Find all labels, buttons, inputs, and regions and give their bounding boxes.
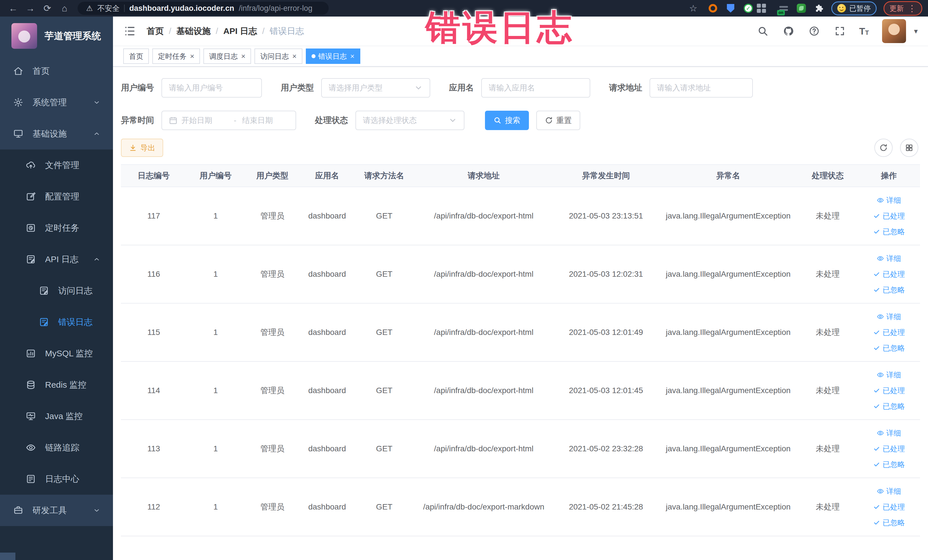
table-row[interactable]: 113 1 管理员 dashboard GET /api/infra/db-do… [121,420,920,478]
breadcrumb-item[interactable]: API 日志 [223,25,257,37]
github-icon[interactable] [782,25,795,37]
check-icon [873,344,881,352]
action-已忽略[interactable]: 已忽略 [873,518,905,528]
action-已忽略[interactable]: 已忽略 [873,459,905,470]
tab-访问日志[interactable]: 访问日志 × [255,49,302,64]
cell-exception-time: 2021-05-02 21:45:28 [553,478,659,536]
action-已处理[interactable]: 已处理 [873,269,905,279]
extension-icon-check[interactable]: ✓ [743,3,754,14]
action-已处理[interactable]: 已处理 [873,444,905,454]
close-icon[interactable]: × [190,52,194,60]
sidebar-item-日志中心[interactable]: 日志中心 [0,463,113,495]
sidebar-toggle-icon[interactable] [123,24,136,38]
sidebar-item-访问日志[interactable]: 访问日志 [0,275,113,307]
table-row[interactable]: 115 1 管理员 dashboard GET /api/infra/db-do… [121,303,920,362]
action-已处理[interactable]: 已处理 [873,211,905,221]
table-row[interactable]: 116 1 管理员 dashboard GET /api/infra/db-do… [121,245,920,303]
browser-update-chip[interactable]: 更新 ⋮ [884,1,922,16]
sidebar-item-MySQL 监控[interactable]: MySQL 监控 [0,338,113,369]
extensions-puzzle-icon[interactable] [814,3,824,14]
breadcrumb-item[interactable]: 首页 [147,25,164,37]
search-button[interactable]: 搜索 [485,111,529,130]
profile-paused-chip[interactable]: 已暂停 [831,2,877,15]
extension-icon-switch[interactable]: on [778,3,789,14]
sidebar-item-Java 监控[interactable]: Java 监控 [0,401,113,432]
back-icon[interactable]: ← [6,2,21,15]
eye-icon [877,371,884,378]
app-name-input[interactable]: 请输入应用名 [481,78,590,98]
extension-icon-orange[interactable] [707,3,718,14]
action-已忽略[interactable]: 已忽略 [873,401,905,411]
table-row[interactable]: 117 1 管理员 dashboard GET /api/infra/db-do… [121,187,920,245]
sidebar-item-Redis 监控[interactable]: Redis 监控 [0,369,113,401]
action-已处理[interactable]: 已处理 [873,502,905,512]
extension-icon-grid[interactable] [760,3,771,14]
close-icon[interactable]: × [292,52,296,60]
browser-home-icon[interactable]: ⌂ [57,2,72,15]
sidebar-item-API 日志[interactable]: API 日志 [0,244,113,275]
font-size-icon[interactable]: TT [859,26,869,36]
action-已忽略[interactable]: 已忽略 [873,285,905,295]
kebab-menu-icon[interactable]: ⋮ [908,3,916,14]
user-type-select[interactable]: 请选择用户类型 [321,78,430,98]
cell-user-id: 1 [186,187,245,245]
action-已处理[interactable]: 已处理 [873,386,905,396]
close-icon[interactable]: × [350,52,355,60]
breadcrumb-item[interactable]: 基础设施 [176,25,211,37]
tab-首页[interactable]: 首页 × [123,49,149,64]
sidebar-item-错误日志[interactable]: 错误日志 [0,307,113,338]
screen: ← → ⟳ ⌂ ⚠ 不安全 dashboard.yudao.iocoder.cn… [0,0,928,560]
bookmark-star-icon[interactable]: ☆ [686,2,701,15]
export-button[interactable]: 导出 [121,139,163,157]
extension-icon-leaf[interactable] [796,3,807,14]
sidebar-item-基础设施[interactable]: 基础设施 [0,118,113,150]
sidebar-logo-block[interactable]: 芋道管理系统 [0,17,113,55]
action-详细[interactable]: 详细 [877,487,901,496]
refresh-table-button[interactable] [875,139,893,157]
on-badge: on [777,10,785,15]
action-详细[interactable]: 详细 [877,253,901,264]
action-详细[interactable]: 详细 [877,312,901,322]
cell-app-name: dashboard [300,420,354,478]
address-bar[interactable]: ⚠ 不安全 dashboard.yudao.iocoder.cn/infra/l… [78,2,329,15]
request-url-input[interactable]: 请输入请求地址 [650,78,753,98]
close-icon[interactable]: × [241,52,245,60]
tab-调度日志[interactable]: 调度日志 × [203,49,251,64]
table-row[interactable]: 114 1 管理员 dashboard GET /api/infra/db-do… [121,362,920,420]
reset-button[interactable]: 重置 [536,111,580,130]
sidebar-item-配置管理[interactable]: 配置管理 [0,181,113,212]
sidebar-item-文件管理[interactable]: 文件管理 [0,150,113,181]
help-icon[interactable] [808,25,820,37]
action-详细[interactable]: 详细 [877,195,901,205]
column-settings-button[interactable] [900,139,918,157]
reload-icon[interactable]: ⟳ [40,2,55,15]
action-详细[interactable]: 详细 [877,370,901,380]
action-已处理[interactable]: 已处理 [873,328,905,337]
table-row[interactable]: 112 1 管理员 dashboard GET /api/infra/db-do… [121,478,920,536]
action-已忽略[interactable]: 已忽略 [873,227,905,237]
breadcrumb: 首页/基础设施/API 日志/错误日志 [147,25,304,37]
user-id-input[interactable]: 请输入用户编号 [162,78,262,98]
forward-icon[interactable]: → [23,2,38,15]
action-已忽略[interactable]: 已忽略 [873,343,905,353]
process-status-select[interactable]: 请选择处理状态 [356,111,464,130]
action-详细[interactable]: 详细 [877,428,901,438]
fullscreen-icon[interactable] [833,25,846,37]
sidebar-item-定时任务[interactable]: 定时任务 [0,212,113,244]
chevron-down-icon[interactable]: ▾ [914,27,918,36]
sidebar-item-首页[interactable]: 首页 [0,55,113,87]
cell-request-url: /api/infra/db-doc/export-html [414,187,553,245]
sidebar-item-链路追踪[interactable]: 链路追踪 [0,432,113,463]
chevron-down-icon [92,507,102,514]
tab-错误日志[interactable]: 错误日志 × [306,49,360,64]
sidebar-item-系统管理[interactable]: 系统管理 [0,87,113,118]
sidebar-scroll-thumb[interactable] [0,552,15,560]
sidebar-item-研发工具[interactable]: 研发工具 [0,495,113,526]
chevron-up-icon [92,130,102,137]
exception-time-range-picker[interactable]: 开始日期 - 结束日期 [162,111,296,130]
user-avatar[interactable] [882,19,906,43]
check-icon [873,387,881,394]
tab-定时任务[interactable]: 定时任务 × [152,49,200,64]
extension-icon-shield[interactable] [725,3,736,14]
search-icon[interactable] [757,25,769,37]
